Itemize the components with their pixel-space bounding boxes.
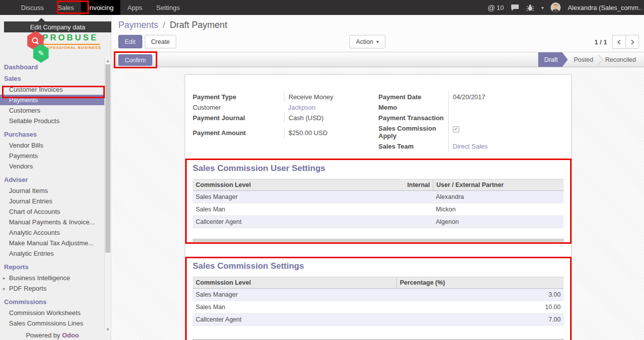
chevron-right-icon bbox=[629, 39, 634, 44]
cell-commission-level: Sales Manager bbox=[193, 193, 433, 200]
sidebar-item-sales-commissions-lines[interactable]: Sales Commissions Lines bbox=[0, 318, 105, 329]
sales-commission-apply-value: ✓ bbox=[448, 123, 563, 141]
mentions-counter[interactable]: @ 10 bbox=[487, 3, 504, 12]
sidebar-item-vendor-bills[interactable]: Vendor Bills bbox=[0, 140, 105, 151]
payment-journal-value: Cash (USD) bbox=[284, 113, 370, 123]
table-row[interactable]: Callcenter Agent 7.00 bbox=[193, 314, 564, 326]
sidebar-item-manual-payments[interactable]: Manual Payments & Invoice... bbox=[0, 217, 105, 227]
pager-next-button[interactable] bbox=[626, 35, 639, 49]
scrollbar-thumb[interactable] bbox=[105, 64, 110, 253]
messages-icon[interactable] bbox=[511, 4, 519, 11]
debug-caret-icon[interactable]: ▾ bbox=[541, 5, 544, 10]
commission-settings-table: Commission Level Percentage (%) Sales Ma… bbox=[193, 277, 564, 326]
memo-value bbox=[448, 102, 563, 113]
sidebar-item-commission-worksheets[interactable]: Commission Worksheets bbox=[0, 308, 105, 318]
edit-button[interactable]: Edit bbox=[118, 35, 142, 48]
sales-commission-apply-checkbox[interactable]: ✓ bbox=[453, 126, 459, 133]
pager-previous-button[interactable] bbox=[612, 35, 626, 49]
edit-company-tooltip[interactable]: Edit Company data bbox=[4, 21, 111, 32]
nav-item-apps[interactable]: Apps bbox=[120, 0, 149, 15]
breadcrumb-payments-link[interactable]: Payments bbox=[118, 20, 158, 30]
expand-arrow-icon[interactable]: ▸ bbox=[3, 283, 5, 294]
cell-commission-level: Callcenter Agent bbox=[193, 316, 396, 323]
navbar-menu: Discuss Sales Invoicing Apps Settings bbox=[0, 0, 187, 15]
magnifier-icon bbox=[31, 37, 39, 45]
status-step-draft[interactable]: Draft bbox=[538, 52, 568, 67]
action-caret-icon: ▾ bbox=[376, 39, 379, 44]
nav-item-discuss[interactable]: Discuss bbox=[14, 0, 51, 15]
sidebar-item-customer-invoices[interactable]: Customer Invoices bbox=[0, 84, 105, 95]
horizontal-scrollbar[interactable] bbox=[193, 239, 564, 242]
table-row[interactable]: Sales Man 10.00 bbox=[193, 301, 564, 314]
sidebar-heading-dashboard[interactable]: Dashboard bbox=[0, 61, 105, 73]
logo-text: PROBUSE PROFESSIONAL BUSINESS bbox=[41, 33, 100, 50]
sales-commission-apply-label: Sales Commission Apply bbox=[378, 123, 448, 141]
cell-partner: Algenon bbox=[433, 218, 564, 225]
status-step-reconciled[interactable]: Reconciled bbox=[599, 52, 642, 67]
table-row[interactable]: Sales Manager 3.00 bbox=[193, 289, 564, 301]
table-row[interactable]: Sales Man Mickon bbox=[193, 203, 564, 216]
user-avatar[interactable] bbox=[551, 2, 561, 12]
confirm-button[interactable]: Confirm bbox=[118, 54, 152, 66]
user-settings-table: Commission Level Internal User / Externa… bbox=[193, 179, 564, 228]
sidebar-item-sellable-products[interactable]: Sellable Products bbox=[0, 116, 105, 126]
powered-by-odoo: Powered by Odoo bbox=[0, 332, 105, 340]
scroll-up-icon[interactable]: ▲ bbox=[105, 58, 111, 63]
sidebar-item-analytic-entries[interactable]: Analytic Entries bbox=[0, 248, 105, 259]
create-button[interactable]: Create bbox=[145, 35, 177, 48]
sales-team-label: Sales Team bbox=[378, 141, 448, 152]
table-row[interactable]: Sales Manager Alexandra bbox=[193, 191, 564, 203]
sidebar-item-payments-purchases[interactable]: Payments bbox=[0, 151, 105, 161]
chevron-left-icon bbox=[618, 39, 623, 44]
form-left-group: Payment Type Receive Money Customer Jack… bbox=[193, 92, 370, 138]
status-bar: Confirm Draft Posted Reconciled bbox=[112, 52, 644, 67]
sidebar-item-business-intelligence[interactable]: ▸ Business Intelligence bbox=[0, 273, 105, 283]
sidebar-item-analytic-accounts[interactable]: Analytic Accounts bbox=[0, 227, 105, 238]
sidebar-heading-commissions[interactable]: Commissions bbox=[0, 296, 105, 308]
sidebar-item-customers[interactable]: Customers bbox=[0, 105, 105, 116]
sidebar-item-payments[interactable]: Payments bbox=[0, 95, 105, 105]
powered-by-text: Powered by bbox=[26, 332, 60, 339]
sidebar-heading-purchases[interactable]: Purchases bbox=[0, 129, 105, 140]
sidebar-scrollbar[interactable]: ▲ ▼ bbox=[104, 57, 111, 333]
commission-settings-header: Commission Level Percentage (%) bbox=[193, 277, 564, 289]
payment-amount-value: $250.00 USD bbox=[284, 128, 370, 138]
odoo-link[interactable]: Odoo bbox=[62, 332, 79, 339]
company-logo[interactable]: PROBUSE PROFESSIONAL BUSINESS ✎ bbox=[25, 33, 100, 59]
scroll-down-icon[interactable]: ▼ bbox=[105, 327, 111, 332]
sidebar-item-journal-items[interactable]: Journal Items bbox=[0, 185, 105, 196]
col-commission-level: Commission Level bbox=[196, 181, 251, 188]
payment-type-label: Payment Type bbox=[193, 92, 284, 102]
expand-arrow-icon[interactable]: ▸ bbox=[3, 273, 5, 283]
top-navbar: Discuss Sales Invoicing Apps Settings @ … bbox=[0, 0, 644, 15]
sidebar-item-chart-of-accounts[interactable]: Chart of Accounts bbox=[0, 206, 105, 217]
table-row[interactable]: Callcenter Agent Algenon bbox=[193, 216, 564, 228]
nav-item-sales[interactable]: Sales bbox=[51, 0, 81, 15]
payment-transaction-value bbox=[448, 113, 563, 123]
col-commission-level: Commission Level bbox=[193, 277, 396, 289]
sidebar-menu: Dashboard Sales Customer Invoices Paymen… bbox=[0, 59, 105, 340]
pager: 1 / 1 bbox=[595, 35, 639, 49]
breadcrumb-current: Draft Payment bbox=[170, 20, 227, 30]
pager-value: 1 / 1 bbox=[595, 38, 607, 46]
sidebar-item-pdf-reports[interactable]: ▸ PDF Reports bbox=[0, 283, 105, 294]
sidebar-item-manual-tax-adjustment[interactable]: Make Manual Tax Adjustme... bbox=[0, 238, 105, 248]
nav-item-settings[interactable]: Settings bbox=[149, 0, 187, 15]
sidebar-heading-reports[interactable]: Reports bbox=[0, 261, 105, 273]
form-right-group: Payment Date 04/20/2017 Memo Payment Tra… bbox=[378, 92, 563, 152]
sidebar-heading-sales[interactable]: Sales bbox=[0, 73, 105, 84]
breadcrumb-separator: / bbox=[161, 20, 167, 30]
customer-value-link[interactable]: Jackpson bbox=[288, 104, 316, 111]
sidebar-item-journal-entries[interactable]: Journal Entries bbox=[0, 196, 105, 206]
debug-bug-icon[interactable] bbox=[526, 4, 534, 11]
sales-team-value-link[interactable]: Direct Sales bbox=[453, 143, 488, 150]
memo-label: Memo bbox=[378, 102, 448, 113]
breadcrumb: Payments / Draft Payment bbox=[118, 20, 227, 30]
sidebar-item-label: PDF Reports bbox=[9, 285, 46, 292]
user-menu[interactable]: Alexandra (Sales_comm.. bbox=[568, 4, 642, 11]
payment-transaction-label: Payment Transaction bbox=[378, 113, 448, 123]
action-dropdown-button[interactable]: Action ▾ bbox=[349, 35, 385, 48]
sidebar-item-vendors[interactable]: Vendors bbox=[0, 161, 105, 171]
sidebar-heading-adviser[interactable]: Adviser bbox=[0, 174, 105, 185]
nav-item-invoicing[interactable]: Invoicing bbox=[81, 0, 120, 15]
